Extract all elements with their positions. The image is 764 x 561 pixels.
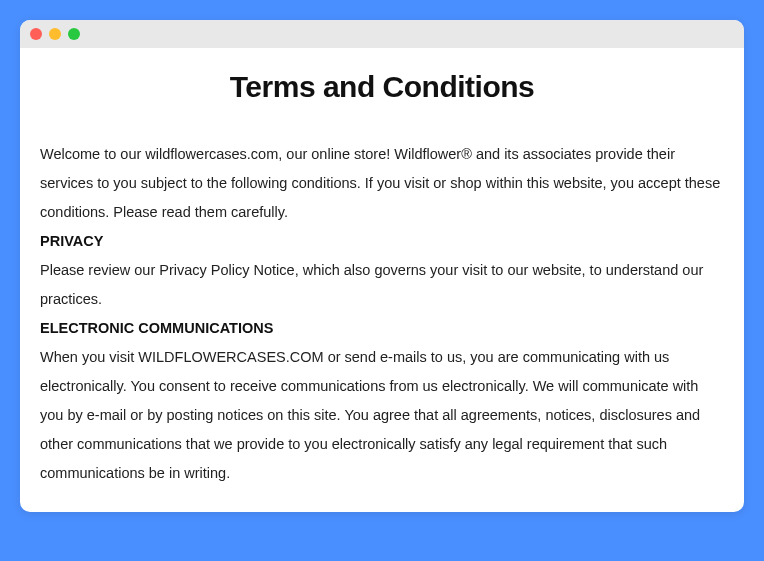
minimize-icon[interactable] (49, 28, 61, 40)
maximize-icon[interactable] (68, 28, 80, 40)
app-window: Terms and Conditions Welcome to our wild… (20, 20, 744, 512)
section-body-privacy: Please review our Privacy Policy Notice,… (40, 262, 703, 307)
intro-paragraph: Welcome to our wildflowercases.com, our … (40, 146, 720, 220)
section-heading-privacy: PRIVACY (40, 227, 724, 256)
section-heading-electronic: ELECTRONIC COMMUNICATIONS (40, 314, 724, 343)
document-content: Terms and Conditions Welcome to our wild… (20, 48, 744, 512)
document-body: Welcome to our wildflowercases.com, our … (40, 140, 724, 488)
close-icon[interactable] (30, 28, 42, 40)
page-title: Terms and Conditions (40, 70, 724, 104)
section-body-electronic: When you visit WILDFLOWERCASES.COM or se… (40, 349, 700, 481)
window-titlebar (20, 20, 744, 48)
